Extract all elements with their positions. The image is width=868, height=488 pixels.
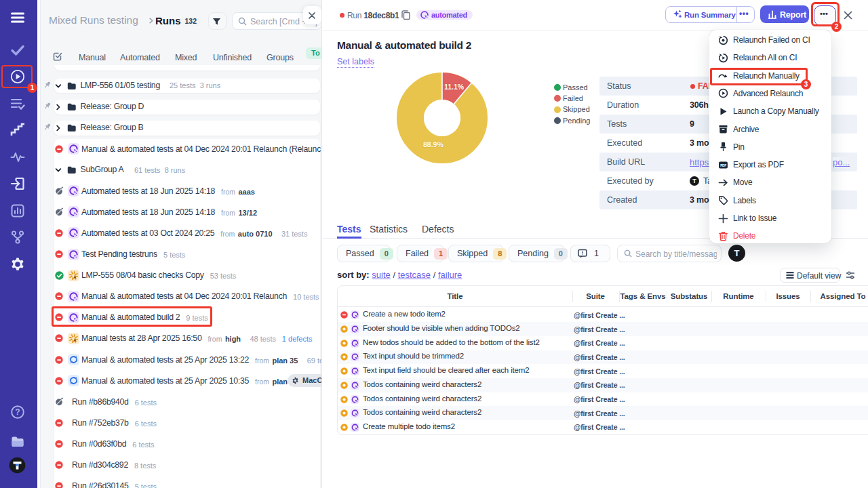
svg-text:?: ?: [15, 407, 20, 417]
svg-text:PDF: PDF: [720, 164, 726, 167]
